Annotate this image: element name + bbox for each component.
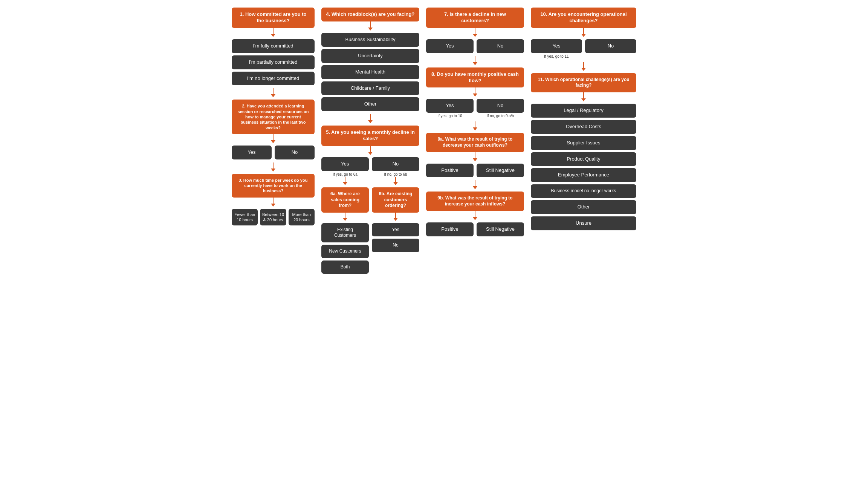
- q2-yes: Yes: [232, 146, 272, 159]
- arrow-3: [232, 134, 315, 143]
- arrow-head: [581, 68, 586, 71]
- arrow-head: [473, 62, 477, 65]
- q7-answers: Yes No: [426, 39, 524, 53]
- q1-box: 1. How committed are you to the business…: [232, 8, 315, 28]
- arrow-15: [426, 211, 524, 220]
- arrow-line: [583, 92, 584, 98]
- arrow-head: [271, 94, 275, 97]
- q10-yes: Yes: [531, 39, 582, 53]
- arrow-17: [531, 62, 636, 71]
- r4-box: Childcare / Family: [321, 81, 419, 95]
- q9b-answers: Positive Still Negative: [426, 222, 524, 236]
- arrow-line: [395, 213, 396, 218]
- q7-yes: Yes: [426, 39, 474, 53]
- q8-yes-note: If yes, go to 10: [437, 113, 462, 118]
- q9a-box: 9a. What was the result of trying to dec…: [426, 133, 524, 152]
- q6b-box: 6b. Are existing customers ordering?: [372, 187, 419, 213]
- r3-box: Mental Health: [321, 65, 419, 79]
- arrow-line: [370, 114, 371, 120]
- c6-box: Business model no longer works: [531, 184, 636, 198]
- q7-box: 7. Is there a decline in new customers?: [426, 8, 524, 28]
- split-arrow-left: [343, 177, 347, 185]
- arrow-head: [473, 127, 477, 130]
- q8-yes: Yes: [426, 99, 474, 113]
- arrow-11: [426, 87, 524, 97]
- q2-box: 2. Have you attended a learning session …: [232, 100, 315, 134]
- arrow-head: [343, 182, 347, 185]
- arrow-head: [368, 28, 373, 31]
- arrow-head: [368, 152, 373, 155]
- c4-box: Product Quality: [531, 152, 636, 166]
- r5-box: Other: [321, 97, 419, 111]
- arrow-13: [426, 152, 524, 161]
- arrow-head: [271, 169, 275, 172]
- arrow-head: [271, 204, 275, 207]
- q5-no-col: No If no, go to 6b 6b. Are existing cust…: [372, 157, 419, 274]
- arrow-head: [473, 34, 477, 37]
- arrow-head: [271, 34, 275, 37]
- arrow-head: [343, 218, 347, 221]
- q5-yes-col: Yes If yes, go to 6a 6a. Where are sales…: [321, 157, 369, 274]
- r1-box: Business Sustainability: [321, 33, 419, 47]
- c5-box: Employee Performance: [531, 168, 636, 182]
- q5-no-note: If no, go to 6b: [384, 172, 407, 177]
- arrow-line: [475, 56, 475, 62]
- arrow-head: [473, 217, 477, 220]
- arrow-line: [475, 211, 475, 217]
- arrow-14: [426, 180, 524, 189]
- arrow-9: [426, 28, 524, 37]
- arrow-head: [473, 93, 477, 97]
- arrow-line: [273, 88, 274, 94]
- column-3: 7. Is there a decline in new customers? …: [426, 8, 524, 236]
- q10-no-col: No: [585, 39, 636, 59]
- arrow-line: [370, 146, 371, 152]
- a3b-box: Between 10 & 20 hours: [260, 209, 286, 226]
- q5-box: 5. Are you seeing a monthly decline in s…: [321, 126, 419, 146]
- column-2: 4. Which roadblock(s) are you facing? Bu…: [321, 8, 419, 274]
- q8-no: No: [477, 99, 524, 113]
- arrow-head: [581, 34, 586, 37]
- arrow-line: [370, 21, 371, 28]
- arrow-line: [345, 213, 345, 218]
- q9b-box: 9b. What was the result of trying to inc…: [426, 192, 524, 211]
- arrow-16: [531, 28, 636, 37]
- arrow-10: [426, 56, 524, 65]
- arrow-line: [583, 28, 584, 34]
- q5-yes-box: Yes: [321, 157, 369, 171]
- q8-no-note: If no, go to 9 a/b: [487, 113, 514, 118]
- s2-box: New Customers: [321, 245, 369, 258]
- a1c-box: I'm no longer committed: [232, 72, 315, 86]
- arrow-line: [475, 121, 475, 127]
- arrow-line: [475, 87, 475, 93]
- arrow-head: [581, 98, 586, 101]
- c7-box: Other: [531, 200, 636, 214]
- split-arrow-left2: [343, 213, 347, 221]
- q10-yes-note: If yes, go to 11: [544, 54, 569, 59]
- q3-box: 3. How much time per week do you current…: [232, 174, 315, 198]
- arrow-2: [232, 88, 315, 97]
- q2-answers: Yes No: [232, 146, 315, 159]
- q9b-still-neg: Still Negative: [477, 222, 524, 236]
- q8-no-col: No If no, go to 9 a/b: [477, 99, 524, 118]
- arrow-line: [273, 134, 274, 140]
- c2-box: Overhead Costs: [531, 120, 636, 134]
- arrow-12: [426, 121, 524, 130]
- q5-split: Yes If yes, go to 6a 6a. Where are sales…: [321, 157, 419, 274]
- q11-box: 11. Which operational challenge(s) are y…: [531, 73, 636, 92]
- s3-box: Both: [321, 260, 369, 274]
- arrow-18: [531, 92, 636, 101]
- r2-box: Uncertainty: [321, 49, 419, 63]
- q9a-positive: Positive: [426, 164, 474, 178]
- s1-box: Existing Customers: [321, 223, 369, 242]
- a3c-box: More than 20 hours: [289, 209, 315, 226]
- arrow-head: [393, 218, 398, 221]
- split-arrow-right2: [393, 213, 398, 221]
- no2-box: No: [372, 239, 419, 252]
- q10-no: No: [585, 39, 636, 53]
- arrow-line: [475, 180, 475, 186]
- arrow-head: [473, 158, 477, 161]
- q8-split: Yes If yes, go to 10 No If no, go to 9 a…: [426, 99, 524, 118]
- q8-box: 8. Do you have monthly positive cash flo…: [426, 67, 524, 88]
- q6a-box: 6a. Where are sales coming from?: [321, 187, 369, 213]
- a1b-box: I'm partially committed: [232, 55, 315, 69]
